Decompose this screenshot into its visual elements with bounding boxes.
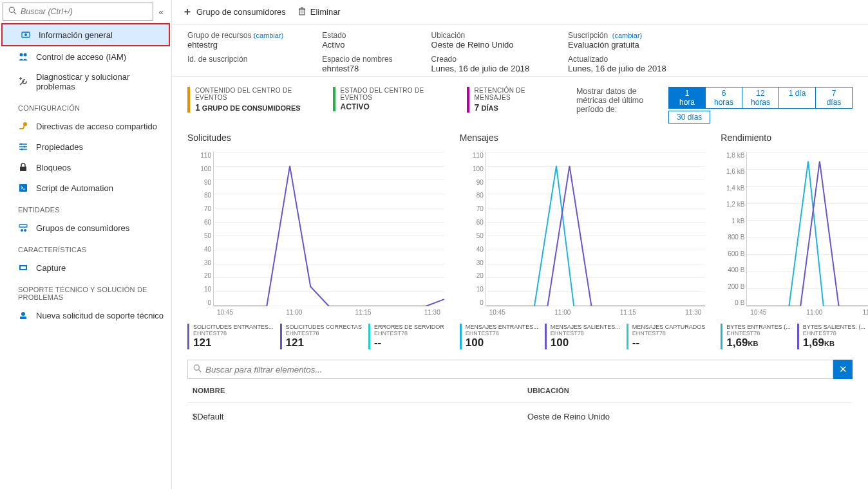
script-icon [18,183,28,193]
legend-item: MENSAJES SALIENTES...EHNTEST78100 [545,324,620,349]
filter-input[interactable] [205,365,827,374]
nav-label: Directivas de acceso compartido [36,122,157,131]
col-loc-header[interactable]: UBICACIÓN [527,387,847,394]
search-icon [8,6,17,17]
chart-solicitudes[interactable]: Solicitudes110100908070605040302010010:4… [187,133,444,349]
svg-point-30 [194,365,199,370]
nav-properties[interactable]: Propiedades [0,136,171,157]
card-content: CONTENIDO DEL CENTRO DE EVENTOS 1 GRUPO … [187,87,307,113]
ess-created-label: Creado [431,55,530,64]
ess-created-value: Lunes, 16 de julio de 2018 [431,64,530,73]
consumer-groups-table: NOMBRE UBICACIÓN $DefaultOeste de Reino … [187,379,853,430]
chart-title: Solicitudes [187,133,444,143]
legend-item: SOLICITUDES ENTRANTES...EHNTEST78121 [187,324,274,349]
nav-consumer-groups[interactable]: Grupos de consumidores [0,217,171,238]
delete-button[interactable]: Eliminar [297,6,341,17]
search-icon [193,364,202,374]
time-range-selector: 1 hora6 horas12 horas1 día7 días 30 días [669,87,853,124]
svg-point-15 [21,149,23,151]
chart-mensajes[interactable]: Mensajes110100908070605040302010010:4511… [460,133,706,349]
iam-icon [18,51,28,62]
legend-item: BYTES SALIENTES. (...EHNTEST781,69KB [797,324,865,349]
nav-shared-access[interactable]: Directivas de acceso compartido [0,116,171,136]
time-range-7-días[interactable]: 7 días [815,87,853,109]
collapse-sidebar-button[interactable]: « [153,7,169,17]
ess-state-value: Activo [322,40,392,50]
nav-label: Control de acceso (IAM) [36,52,126,62]
svg-point-14 [24,146,26,148]
card-title: ESTADO DEL CENTRO DE EVENTOS [341,87,441,101]
nav-label: Propiedades [36,142,83,152]
legend-item: ERRORES DE SERVIDOREHNTEST78-- [368,324,444,349]
ess-subid-label: Id. de suscripción [187,55,283,64]
card-value: ACTIVO [341,102,441,111]
time-range-30-días[interactable]: 30 días [668,111,710,124]
legend-item: MENSAJES ENTRANTES...EHNTEST78100 [460,324,538,349]
time-range-1-día[interactable]: 1 día [778,87,816,109]
chart-title: Mensajes [460,133,706,143]
metrics-header: CONTENIDO DEL CENTRO DE EVENTOS 1 GRUPO … [172,77,868,129]
ess-loc-value: Oeste de Reino Unido [431,40,530,50]
svg-rect-16 [20,167,26,171]
change-rg-link[interactable]: (cambiar) [254,32,283,39]
svg-line-31 [199,370,202,373]
col-name-header[interactable]: NOMBRE [193,387,527,394]
add-consumer-group-button[interactable]: ＋ Grupo de consumidores [182,5,286,19]
chart-title: Rendimiento [721,133,868,143]
ess-loc-label: Ubicación [431,31,530,40]
time-range-6-horas[interactable]: 6 horas [705,87,742,109]
main-content: ＋ Grupo de consumidores Eliminar Grupo d… [172,0,868,489]
collapse-essentials-button[interactable]: ︽ [517,66,524,75]
sidebar: « Información general Control de acceso … [0,0,172,489]
svg-point-20 [24,229,26,232]
search-input-wrapper[interactable] [3,3,153,21]
chart-rendimiento[interactable]: Rendimiento1,8 kB1,6 kB1,4 kB1,2 kB1 kB8… [721,133,868,349]
nav-label: Grupos de consumidores [36,223,129,233]
nav-label: Información general [39,30,113,40]
time-range-12-horas[interactable]: 12 horas [742,87,779,109]
nav-locks[interactable]: Bloqueos [0,157,171,178]
legend-item: MENSAJES CAPTURADOSEHNTEST78-- [627,324,706,349]
nav-capture[interactable]: Capture [0,257,171,278]
svg-rect-9 [19,128,23,129]
svg-rect-25 [299,9,305,15]
nav-iam[interactable]: Control de acceso (IAM) [0,46,171,67]
ess-ns-label: Espacio de nombres [322,55,392,64]
legend-item: BYTES ENTRANTES (...EHNTEST781,69KB [721,324,791,349]
nav-group-support: SOPORTE TÉCNICO Y SOLUCIÓN DE PROBLEMAS [0,278,171,305]
nav-diagnose[interactable]: Diagnosticar y solucionar problemas [0,67,171,97]
essentials: Grupo de recursos (cambiar) ehtestrg Id.… [172,24,868,77]
change-sub-link[interactable]: (cambiar) [612,32,642,39]
svg-point-13 [21,143,23,145]
trash-icon [297,6,307,17]
nav-label: Nueva solicitud de soporte técnico [36,311,164,320]
svg-point-0 [9,7,14,12]
ess-sub-value[interactable]: Evaluación gratuita [568,40,666,50]
nav-group-features: CARACTERÍSTICAS [0,238,171,257]
card-title: CONTENIDO DEL CENTRO DE EVENTOS [195,87,307,101]
charts-row: Solicitudes110100908070605040302010010:4… [172,129,868,356]
search-input[interactable] [21,7,147,16]
ess-sub-label: Suscripción [568,31,608,40]
nav-automation-script[interactable]: Script de Automation [0,178,171,198]
card-value-unit: GRUPO DE CONSUMIDORES [200,104,301,112]
svg-point-3 [24,33,27,36]
card-value-unit: DÍAS [479,104,498,112]
nav-label: Bloqueos [36,163,71,172]
filter-input-wrapper[interactable] [187,360,833,379]
card-title: RETENCIÓN DE MENSAJES [475,87,551,101]
nav-group-config: CONFIGURACIÓN [0,97,171,116]
time-range-1-hora[interactable]: 1 hora [668,87,706,109]
overview-icon [21,30,31,40]
button-label: Grupo de consumidores [196,7,286,17]
nav-group-entities: ENTIDADES [0,198,171,217]
nav-support-request[interactable]: Nueva solicitud de soporte técnico [0,305,171,326]
svg-point-23 [21,312,25,316]
table-row[interactable]: $DefaultOeste de Reino Unido [187,402,853,430]
key-icon [18,121,28,131]
svg-rect-22 [21,266,26,269]
clear-filter-button[interactable]: ✕ [833,360,853,379]
filter-row: ✕ [187,360,853,379]
nav-overview[interactable]: Información general [1,23,170,46]
ess-rg-value[interactable]: ehtestrg [187,40,283,50]
